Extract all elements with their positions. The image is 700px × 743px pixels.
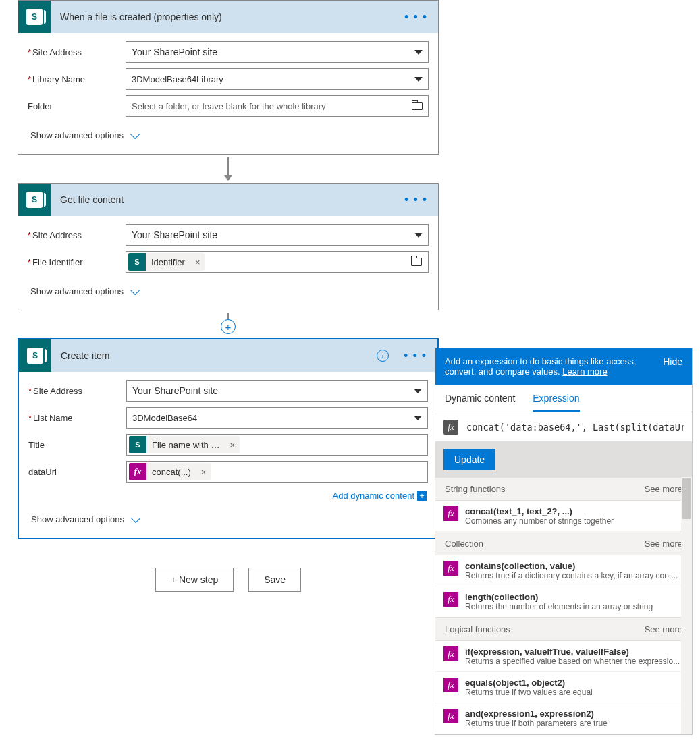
folder-icon xyxy=(412,102,423,110)
scrollbar-thumb[interactable] xyxy=(682,478,691,519)
title-field[interactable]: SFile name with …× xyxy=(126,434,428,456)
folder-picker[interactable]: Select a folder, or leave blank for the … xyxy=(126,95,429,117)
fx-icon: fx xyxy=(129,463,146,480)
site-address-dropdown[interactable]: Your SharePoint site xyxy=(126,224,429,246)
chevron-down-icon xyxy=(130,285,140,294)
card-title: Create item xyxy=(51,350,377,361)
action-card-create-item: S Create item i • • • Site Address Your … xyxy=(18,338,439,539)
action-card-get-file: S Get file content • • • Site Address Yo… xyxy=(18,183,439,310)
function-item[interactable]: fxcontains(collection, value)Returns tru… xyxy=(435,555,692,586)
token-expression[interactable]: fxconcat(...)× xyxy=(129,463,211,480)
function-item[interactable]: fxand(expression1, expression2)Returns t… xyxy=(435,703,692,734)
fx-icon: fx xyxy=(443,678,458,692)
learn-more-link[interactable]: Learn more xyxy=(562,366,607,377)
token-remove-button[interactable]: × xyxy=(225,436,240,453)
fx-icon: fx xyxy=(443,646,458,661)
function-item[interactable]: fxconcat(text_1, text_2?, ...)Combines a… xyxy=(435,501,692,532)
card-menu-button[interactable]: • • • xyxy=(400,6,431,28)
fx-icon: fx xyxy=(443,709,458,723)
function-category-header: Logical functionsSee more xyxy=(435,617,692,641)
flow-actions: + New step Save xyxy=(18,568,439,592)
see-more-link[interactable]: See more xyxy=(645,484,682,494)
site-address-dropdown[interactable]: Your SharePoint site xyxy=(126,380,428,402)
list-name-dropdown[interactable]: 3DModelBase64 xyxy=(126,407,428,429)
label-site-address: Site Address xyxy=(28,230,126,240)
panel-hint: Add an expression to do basic things lik… xyxy=(435,348,692,385)
update-bar: Update xyxy=(435,442,692,477)
sharepoint-icon: S xyxy=(18,1,51,33)
sharepoint-icon: S xyxy=(18,184,51,216)
function-category-header: String functionsSee more xyxy=(435,477,692,501)
connector-arrow xyxy=(227,157,229,180)
label-site-address: Site Address xyxy=(28,47,126,57)
plus-icon: + xyxy=(417,491,427,501)
label-folder: Folder xyxy=(28,101,126,111)
sharepoint-icon: S xyxy=(19,339,51,372)
function-category-header: CollectionSee more xyxy=(435,532,692,555)
add-dynamic-content-link[interactable]: Add dynamic content+ xyxy=(28,488,428,506)
file-identifier-field[interactable]: SIdentifier× xyxy=(126,251,429,273)
expression-input[interactable]: concat('data:base64,', Last(split(dataUr… xyxy=(466,422,684,433)
fx-icon: fx xyxy=(443,420,458,435)
function-item[interactable]: fxif(expression, valueIfTrue, valueIfFal… xyxy=(435,641,692,672)
folder-icon xyxy=(411,258,422,266)
card-title: When a file is created (properties only) xyxy=(51,11,400,22)
expression-panel: Add an expression to do basic things lik… xyxy=(435,348,693,735)
show-advanced-toggle[interactable]: Show advanced options xyxy=(28,122,429,151)
token-remove-button[interactable]: × xyxy=(190,253,205,271)
card-body: Site Address Your SharePoint site Librar… xyxy=(18,33,438,154)
update-button[interactable]: Update xyxy=(443,449,495,470)
chevron-down-icon xyxy=(131,513,140,522)
save-button[interactable]: Save xyxy=(248,568,301,592)
sharepoint-token-icon: S xyxy=(128,253,146,271)
card-header[interactable]: S Create item i • • • xyxy=(19,339,437,372)
show-advanced-toggle[interactable]: Show advanced options xyxy=(28,506,428,535)
expression-input-row: fx concat('data:base64,', Last(split(dat… xyxy=(435,412,692,442)
function-item[interactable]: fxequals(object1, object2)Returns true i… xyxy=(435,672,692,703)
card-header[interactable]: S Get file content • • • xyxy=(18,184,438,216)
label-datauri: dataUri xyxy=(28,467,126,477)
card-body: Site Address Your SharePoint site File I… xyxy=(18,216,438,310)
datauri-field[interactable]: fxconcat(...)× xyxy=(126,461,428,483)
tab-expression[interactable]: Expression xyxy=(533,385,579,412)
site-address-dropdown[interactable]: Your SharePoint site xyxy=(126,41,429,63)
add-step-button[interactable]: + xyxy=(221,319,236,334)
function-item[interactable]: fxlength(collection)Returns the number o… xyxy=(435,586,692,617)
card-menu-button[interactable]: • • • xyxy=(400,189,431,211)
hide-panel-button[interactable]: Hide xyxy=(663,356,682,367)
show-advanced-toggle[interactable]: Show advanced options xyxy=(28,278,429,307)
scrollbar[interactable] xyxy=(681,477,692,734)
chevron-down-icon xyxy=(130,129,140,138)
label-title: Title xyxy=(28,440,126,450)
function-list: String functionsSee morefxconcat(text_1,… xyxy=(435,477,692,734)
label-library-name: Library Name xyxy=(28,74,126,84)
token-identifier[interactable]: SIdentifier× xyxy=(128,253,205,271)
token-remove-button[interactable]: × xyxy=(196,463,211,480)
fx-icon: fx xyxy=(443,592,458,607)
panel-tabs: Dynamic content Expression xyxy=(435,385,692,412)
card-title: Get file content xyxy=(51,194,400,205)
tab-dynamic-content[interactable]: Dynamic content xyxy=(445,385,515,412)
info-icon[interactable]: i xyxy=(377,350,389,362)
new-step-button[interactable]: + New step xyxy=(155,568,234,592)
trigger-card: S When a file is created (properties onl… xyxy=(18,0,439,155)
see-more-link[interactable]: See more xyxy=(645,539,682,549)
label-site-address: Site Address xyxy=(28,386,126,396)
library-name-dropdown[interactable]: 3DModelBase64Library xyxy=(126,68,429,90)
card-menu-button[interactable]: • • • xyxy=(400,345,431,367)
label-list-name: List Name xyxy=(28,413,126,423)
card-body: Site Address Your SharePoint site List N… xyxy=(19,372,437,538)
token-filename[interactable]: SFile name with …× xyxy=(129,436,240,453)
sharepoint-token-icon: S xyxy=(129,436,146,453)
fx-icon: fx xyxy=(443,561,458,576)
fx-icon: fx xyxy=(443,506,458,521)
see-more-link[interactable]: See more xyxy=(645,624,682,634)
card-header[interactable]: S When a file is created (properties onl… xyxy=(18,1,438,33)
label-file-identifier: File Identifier xyxy=(28,257,126,267)
